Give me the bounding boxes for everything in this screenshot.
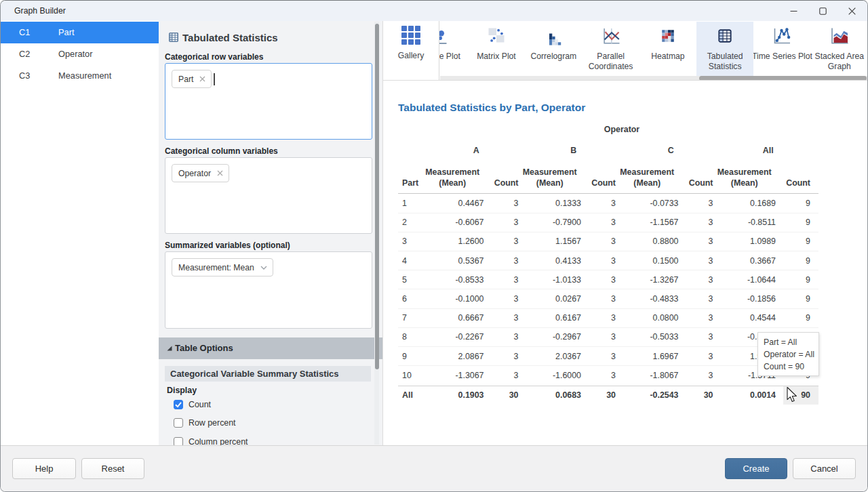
chip-label: Operator <box>178 169 211 178</box>
builder-scrollbar-thumb[interactable] <box>375 24 379 369</box>
matrix-plot-icon <box>487 26 506 45</box>
table-icon <box>169 33 178 42</box>
mean-value: 0.0267 <box>519 290 582 308</box>
reset-button[interactable]: Reset <box>81 458 144 479</box>
gallery-tile-label: Correlogram <box>522 52 585 62</box>
data-row-part-6: 6-0.100030.02673-0.48333-0.18569 <box>398 290 818 309</box>
mean-value: 0.1500 <box>616 251 679 270</box>
gallery-tile-tabulated-statistics[interactable]: Tabulated Statistics <box>696 22 753 77</box>
tooltip-line: Operator = All <box>764 348 818 361</box>
count-value: 3 <box>484 213 519 232</box>
checkbox-checked[interactable] <box>174 400 183 409</box>
part-value: 4 <box>398 251 421 270</box>
chip-remove-icon[interactable] <box>199 76 205 82</box>
mean-header-line: Measurement <box>717 167 772 178</box>
maximize-button[interactable] <box>808 1 838 21</box>
column-name: Measurement <box>58 65 111 87</box>
part-value: 1 <box>398 194 421 213</box>
title-bar: Graph Builder <box>1 1 867 21</box>
group-header-all: All <box>713 140 811 161</box>
data-row-part-10: 10-1.30673-1.60003-1.80673-1.57119 <box>398 366 818 385</box>
chip-dropdown-icon[interactable] <box>260 266 267 270</box>
total-label: All <box>398 386 421 405</box>
count-value: 3 <box>484 290 519 308</box>
cancel-button[interactable]: Cancel <box>793 458 856 479</box>
mean-header-line: Measurement <box>523 167 577 178</box>
part-value: 5 <box>398 270 421 289</box>
mean-header: Measurement(Mean) <box>713 161 776 193</box>
checkbox-row-row-percent[interactable]: Row percent <box>174 418 236 428</box>
gallery-button[interactable]: Gallery <box>383 21 439 80</box>
mean-value: -0.1000 <box>421 290 484 308</box>
column-dimension-row: Operator <box>398 119 818 140</box>
count-value: 3 <box>484 232 519 251</box>
mean-value: -1.3067 <box>421 366 484 385</box>
total-count-value: 30 <box>581 386 616 405</box>
mean-header-line: (Mean) <box>731 178 758 188</box>
gallery-tile-label: Time Series Plot <box>751 52 813 62</box>
variable-chip-measurement-mean[interactable]: Measurement: Mean <box>172 258 273 276</box>
mean-value: 2.0867 <box>421 347 484 365</box>
mean-value: 0.6667 <box>421 309 484 327</box>
summarized-variables-box[interactable]: Measurement: Mean <box>165 251 372 329</box>
mean-header: Measurement(Mean) <box>519 161 582 193</box>
column-id: C2 <box>19 43 30 65</box>
worksheet-column-measurement[interactable]: C3Measurement <box>1 65 159 87</box>
gallery-tile-heatmap[interactable]: Heatmap <box>639 22 696 77</box>
minimize-button[interactable] <box>778 1 809 21</box>
tabulated-statistics-icon <box>715 26 734 45</box>
data-row-part-5: 5-0.85333-1.01333-1.32673-1.06449 <box>398 270 818 289</box>
count-value: 3 <box>484 270 519 289</box>
column-id: C3 <box>19 65 30 87</box>
mean-header-line: (Mean) <box>536 178 564 188</box>
gallery-tile-matrix-plot[interactable]: Matrix Plot <box>468 22 525 77</box>
mean-value: -1.3267 <box>616 270 679 289</box>
variable-chip-part[interactable]: Part <box>172 70 212 88</box>
gallery-scrollbar-thumb[interactable] <box>699 76 867 81</box>
count-value: 9 <box>776 309 810 327</box>
help-button[interactable]: Help <box>12 458 76 479</box>
mean-value: -0.4833 <box>616 290 679 308</box>
variable-chip-operator[interactable]: Operator <box>172 164 229 182</box>
gallery-tile-correlogram[interactable]: Correlogram <box>525 22 582 77</box>
column-dimension-header: Operator <box>421 119 810 140</box>
mean-value: 0.4467 <box>421 194 484 213</box>
builder-header: Tabulated Statistics <box>169 32 278 42</box>
gallery-tile-label: Parallel Coordinates <box>580 52 642 73</box>
mean-value: 1.0989 <box>713 232 776 251</box>
data-row-part-2: 2-0.60673-0.79003-1.15673-0.85119 <box>398 213 818 232</box>
table-options-header[interactable]: Table Options <box>159 337 382 359</box>
worksheet-column-part[interactable]: C1Part <box>1 22 159 43</box>
close-icon <box>848 7 856 15</box>
close-button[interactable] <box>837 1 867 21</box>
count-value: 3 <box>679 347 713 365</box>
column-variables-box[interactable]: Operator <box>165 157 372 234</box>
create-button[interactable]: Create <box>725 458 787 479</box>
gallery-tile-parallel-coordinates[interactable]: Parallel Coordinates <box>582 22 639 77</box>
checkbox-row-count[interactable]: Count <box>174 400 211 409</box>
worksheet-column-operator[interactable]: C2Operator <box>1 43 159 65</box>
gallery-scrollbar-track[interactable] <box>440 76 867 81</box>
correlogram-icon <box>544 26 563 45</box>
checkbox-unchecked[interactable] <box>174 418 183 428</box>
part-value: 10 <box>398 366 421 385</box>
text-caret <box>214 73 215 85</box>
gallery-tile-label: Heatmap <box>637 52 699 62</box>
mean-header: Measurement(Mean) <box>616 161 679 193</box>
count-value: 3 <box>679 194 713 213</box>
count-header: Count <box>484 161 519 193</box>
preview-pane: Stacked Area Graph Time Series Plot Tabu… <box>383 21 867 445</box>
mean-value: 0.4544 <box>713 309 776 327</box>
mean-value: 0.6167 <box>519 309 582 327</box>
mean-value: -0.5033 <box>616 328 679 346</box>
row-variables-box[interactable]: Part <box>165 63 372 140</box>
gallery-tile-stacked-area-graph[interactable]: Stacked Area Graph <box>811 22 867 77</box>
count-value: 3 <box>679 328 713 346</box>
gallery-tile-time-series-plot[interactable]: Time Series Plot <box>753 22 810 77</box>
summary-statistics-title: Categorical Variable Summary Statistics <box>170 366 339 382</box>
summary-statistics-header: Categorical Variable Summary Statistics <box>165 366 371 382</box>
count-value: 3 <box>581 366 616 385</box>
chip-remove-icon[interactable] <box>217 170 223 176</box>
mouse-cursor <box>785 386 799 404</box>
mean-value: 0.0800 <box>616 309 679 327</box>
